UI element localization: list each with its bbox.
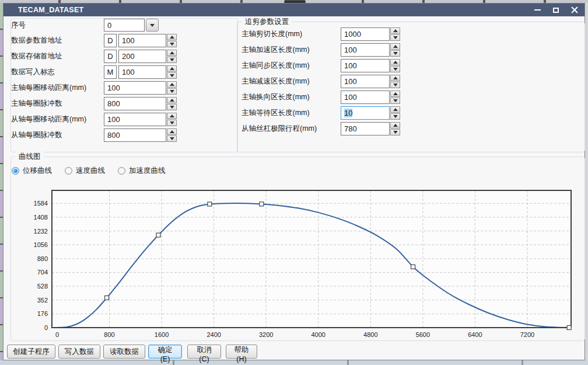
spinner [390,91,400,104]
spin-down-button[interactable] [167,104,177,110]
spin-up-button[interactable] [390,27,400,34]
spin-up-button[interactable] [167,113,177,119]
arrow-down-icon [393,99,398,102]
combobox-dropdown-button[interactable] [146,19,159,32]
help-button[interactable]: 帮助(H) [226,345,257,359]
svg-text:704: 704 [37,269,48,276]
spin-down-button[interactable] [390,82,400,88]
field-label: 主轴加速区长度(mm) [242,43,310,57]
master-reverse-zone-field[interactable]: 100 [341,91,390,104]
radio-velocity-curve[interactable]: 速度曲线 [65,166,105,176]
spin-down-button[interactable] [167,135,177,142]
field-label: 主轴换向区长度(mm) [242,91,310,104]
spinner [390,27,400,41]
arrow-up-icon [170,130,174,133]
spin-down-button[interactable] [390,50,400,57]
field-label: 主轴每圈移动距离(mm) [11,81,86,95]
field-label: 主轴剪切长度(mm) [242,27,302,41]
master-distance-per-rev-field[interactable]: 100 [104,81,166,95]
spin-up-button[interactable] [167,65,177,72]
title-bar[interactable]: TECAM_DATASET [4,4,584,16]
field-label: 数据写入标志 [11,65,55,79]
slave-pulses-per-rev-field[interactable]: 800 [104,128,166,142]
spin-up-button[interactable] [167,81,177,88]
master-sync-zone-field[interactable]: 100 [341,59,390,72]
spin-up-button[interactable] [390,43,400,50]
spin-up-button[interactable] [167,97,177,103]
close-icon [571,6,578,13]
slave-screw-limit-field[interactable]: 780 [341,122,390,135]
spin-up-button[interactable] [390,91,400,97]
arrow-up-icon [393,92,398,95]
spin-down-button[interactable] [167,72,177,79]
slave-distance-per-rev-field[interactable]: 100 [104,113,166,126]
spin-up-button[interactable] [390,122,400,128]
address-prefix-box: M [104,65,117,79]
cancel-button[interactable]: 取消(C) [187,345,221,359]
minimize-button[interactable] [532,5,542,15]
spinner [390,43,400,57]
radio-displacement-curve[interactable]: 位移曲线 [12,166,52,176]
ok-button[interactable]: 确定(E) [148,345,182,359]
maximize-button[interactable] [551,5,561,15]
spinner [167,113,177,126]
svg-text:4800: 4800 [363,331,377,338]
data-write-flag-field[interactable]: 100 [118,65,166,79]
svg-text:3200: 3200 [259,331,273,338]
field-label: 主轴同步区长度(mm) [242,59,310,72]
arrow-down-icon [393,115,398,118]
spin-down-button[interactable] [167,57,177,63]
arrow-down-icon [170,106,174,109]
master-pulses-per-rev-field[interactable]: 800 [104,97,166,110]
groupbox-title: 曲线图 [16,152,44,162]
svg-text:5600: 5600 [416,331,430,338]
write-data-button[interactable]: 写入数据 [58,345,100,359]
spin-down-button[interactable] [390,98,400,104]
data-param-address-field[interactable]: 100 [118,34,166,47]
svg-text:2400: 2400 [206,331,220,338]
spin-up-button[interactable] [167,50,177,56]
field-label: 主轴减速区长度(mm) [242,75,310,88]
create-subprogram-button[interactable]: 创建子程序 [7,345,55,359]
close-button[interactable] [569,5,580,15]
spin-down-button[interactable] [390,66,400,72]
spin-down-button[interactable] [167,41,177,47]
spin-up-button[interactable] [390,75,400,81]
arrow-up-icon [170,114,174,117]
svg-text:800: 800 [104,331,114,338]
master-accel-zone-field[interactable]: 100 [341,43,390,57]
arrow-up-icon [170,36,174,39]
spin-down-button[interactable] [167,120,177,126]
svg-text:1584: 1584 [34,200,48,207]
spin-down-button[interactable] [390,129,400,135]
master-shear-length-field[interactable]: 1000 [341,27,390,41]
arrow-up-icon [170,51,174,54]
spin-down-button[interactable] [390,113,400,120]
spin-up-button[interactable] [167,34,177,40]
groupbox-title: 追剪参数设置 [242,17,292,27]
spin-down-button[interactable] [390,34,400,41]
arrow-up-icon [393,77,398,79]
master-wait-zone-field[interactable]: 10 [341,106,390,120]
tecam-dataset-dialog: TECAM_DATASET 序号 0 数据参数首地址 D 100 数据存储首地址… [3,3,585,360]
spin-up-button[interactable] [390,59,400,65]
read-data-button[interactable]: 读取数据 [103,345,145,359]
background-window-edge-right [585,3,588,360]
spin-down-button[interactable] [167,88,177,95]
svg-text:176: 176 [37,310,48,317]
radio-acceleration-curve[interactable]: 加速度曲线 [118,166,166,176]
background-window-edge-bottom [0,360,588,365]
spin-up-button[interactable] [390,106,400,113]
radio-icon [65,167,72,175]
arrow-up-icon [170,67,174,70]
spinner [167,97,177,110]
field-label: 序号 [11,19,26,32]
data-storage-address-field[interactable]: 200 [118,50,166,63]
address-prefix-box: D [104,50,117,63]
svg-text:6400: 6400 [468,331,482,338]
spinner [167,128,177,142]
spinner [390,59,400,72]
master-decel-zone-field[interactable]: 100 [341,75,390,88]
spin-up-button[interactable] [167,128,177,135]
serial-number-combobox[interactable]: 0 [104,19,145,32]
